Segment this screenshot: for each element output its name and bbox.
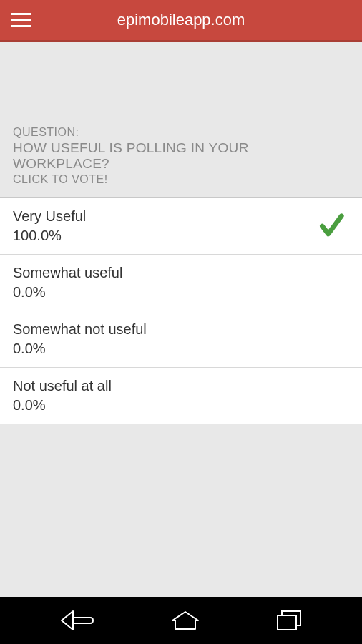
poll-option[interactable]: Very Useful 100.0% [0, 198, 362, 255]
home-icon[interactable] [171, 610, 200, 630]
option-label: Somewhat useful [13, 265, 349, 281]
question-block: QUESTION: HOW USEFUL IS POLLING IN YOUR … [0, 42, 362, 198]
option-label: Not useful at all [13, 378, 349, 394]
option-label: Somewhat not useful [13, 321, 349, 338]
svg-rect-0 [278, 615, 296, 630]
poll-option[interactable]: Not useful at all 0.0% [0, 368, 362, 424]
poll-option[interactable]: Somewhat not useful 0.0% [0, 311, 362, 368]
menu-icon[interactable] [11, 13, 31, 27]
recent-apps-icon[interactable] [276, 610, 302, 631]
question-label: QUESTION: [13, 126, 349, 139]
header-title: epimobileapp.com [117, 11, 245, 29]
poll-option[interactable]: Somewhat useful 0.0% [0, 255, 362, 311]
option-label: Very Useful [13, 208, 316, 225]
app-header: epimobileapp.com [0, 0, 362, 42]
poll-options: Very Useful 100.0% Somewhat useful 0.0% … [0, 198, 362, 424]
option-percent: 0.0% [13, 284, 349, 301]
option-percent: 0.0% [13, 397, 349, 414]
question-text: HOW USEFUL IS POLLING IN YOUR WORKPLACE? [13, 140, 349, 172]
android-nav-bar [0, 597, 362, 644]
option-percent: 100.0% [13, 228, 316, 244]
back-icon[interactable] [60, 610, 94, 631]
checkmark-icon [316, 211, 346, 241]
question-cta: CLICK TO VOTE! [13, 173, 349, 186]
option-percent: 0.0% [13, 341, 349, 357]
